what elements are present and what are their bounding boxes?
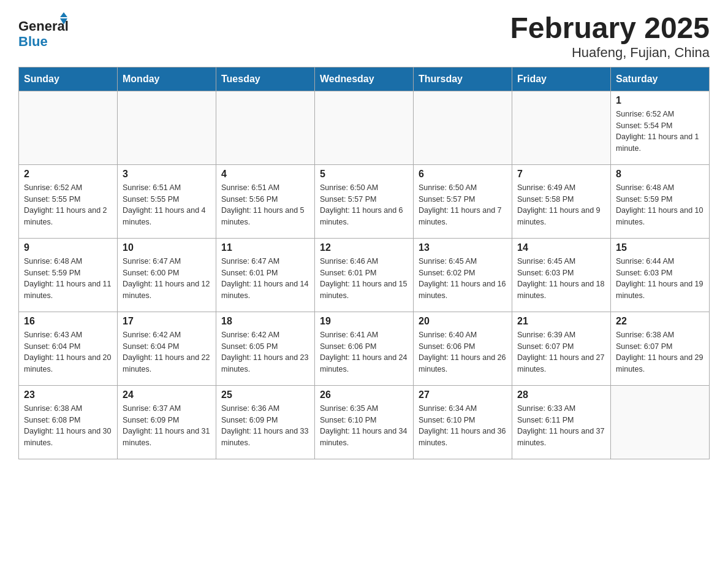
day-info: Sunrise: 6:44 AMSunset: 6:03 PMDaylight:…	[616, 256, 704, 302]
day-info: Sunrise: 6:39 AMSunset: 6:07 PMDaylight:…	[517, 329, 605, 375]
day-info: Sunrise: 6:45 AMSunset: 6:02 PMDaylight:…	[419, 256, 507, 302]
day-info: Sunrise: 6:47 AMSunset: 6:00 PMDaylight:…	[123, 256, 211, 302]
calendar-title: February 2025	[510, 12, 710, 45]
day-header-monday: Monday	[118, 67, 216, 91]
calendar-table: SundayMondayTuesdayWednesdayThursdayFrid…	[18, 67, 710, 459]
calendar-week-4: 16Sunrise: 6:43 AMSunset: 6:04 PMDayligh…	[19, 312, 710, 385]
day-number: 17	[123, 316, 211, 327]
svg-marker-1	[60, 12, 67, 17]
calendar-subtitle: Huafeng, Fujian, China	[510, 45, 710, 61]
calendar-cell: 5Sunrise: 6:50 AMSunset: 5:57 PMDaylight…	[315, 164, 414, 238]
day-number: 15	[616, 242, 704, 253]
calendar-week-2: 2Sunrise: 6:52 AMSunset: 5:55 PMDaylight…	[19, 164, 710, 238]
day-number: 21	[517, 316, 605, 327]
calendar-cell: 19Sunrise: 6:41 AMSunset: 6:06 PMDayligh…	[315, 312, 414, 385]
calendar-cell: 4Sunrise: 6:51 AMSunset: 5:56 PMDaylight…	[216, 164, 315, 238]
day-header-wednesday: Wednesday	[315, 67, 414, 91]
calendar-cell: 13Sunrise: 6:45 AMSunset: 6:02 PMDayligh…	[414, 238, 512, 312]
calendar-cell: 11Sunrise: 6:47 AMSunset: 6:01 PMDayligh…	[216, 238, 315, 312]
day-number: 18	[221, 316, 309, 327]
calendar-cell: 12Sunrise: 6:46 AMSunset: 6:01 PMDayligh…	[315, 238, 414, 312]
day-number: 12	[320, 242, 408, 253]
day-number: 1	[616, 95, 704, 106]
calendar-cell: 18Sunrise: 6:42 AMSunset: 6:05 PMDayligh…	[216, 312, 315, 385]
calendar-cell: 7Sunrise: 6:49 AMSunset: 5:58 PMDaylight…	[512, 164, 611, 238]
day-number: 7	[517, 169, 605, 180]
day-info: Sunrise: 6:41 AMSunset: 6:06 PMDaylight:…	[320, 329, 408, 375]
day-info: Sunrise: 6:37 AMSunset: 6:09 PMDaylight:…	[123, 403, 211, 449]
day-number: 23	[24, 389, 112, 400]
day-number: 9	[24, 242, 112, 253]
day-number: 28	[517, 389, 605, 400]
calendar-cell: 9Sunrise: 6:48 AMSunset: 5:59 PMDaylight…	[19, 238, 118, 312]
calendar-cell: 15Sunrise: 6:44 AMSunset: 6:03 PMDayligh…	[611, 238, 710, 312]
calendar-cell	[512, 91, 611, 164]
day-info: Sunrise: 6:35 AMSunset: 6:10 PMDaylight:…	[320, 403, 408, 449]
calendar-cell: 20Sunrise: 6:40 AMSunset: 6:06 PMDayligh…	[414, 312, 512, 385]
day-number: 3	[123, 169, 211, 180]
day-header-saturday: Saturday	[611, 67, 710, 91]
calendar-cell: 16Sunrise: 6:43 AMSunset: 6:04 PMDayligh…	[19, 312, 118, 385]
day-header-friday: Friday	[512, 67, 611, 91]
calendar-cell: 27Sunrise: 6:34 AMSunset: 6:10 PMDayligh…	[414, 385, 512, 459]
day-number: 13	[419, 242, 507, 253]
day-number: 24	[123, 389, 211, 400]
day-number: 5	[320, 169, 408, 180]
day-number: 27	[419, 389, 507, 400]
svg-text:General: General	[18, 18, 69, 34]
day-number: 20	[419, 316, 507, 327]
day-info: Sunrise: 6:50 AMSunset: 5:57 PMDaylight:…	[419, 182, 507, 228]
day-info: Sunrise: 6:52 AMSunset: 5:55 PMDaylight:…	[24, 182, 112, 228]
day-info: Sunrise: 6:38 AMSunset: 6:07 PMDaylight:…	[616, 329, 704, 375]
day-info: Sunrise: 6:46 AMSunset: 6:01 PMDaylight:…	[320, 256, 408, 302]
title-block: February 2025 Huafeng, Fujian, China	[510, 12, 710, 61]
day-number: 26	[320, 389, 408, 400]
calendar-cell	[414, 91, 512, 164]
day-number: 25	[221, 389, 309, 400]
day-number: 22	[616, 316, 704, 327]
calendar-cell: 24Sunrise: 6:37 AMSunset: 6:09 PMDayligh…	[118, 385, 216, 459]
calendar-cell: 25Sunrise: 6:36 AMSunset: 6:09 PMDayligh…	[216, 385, 315, 459]
day-info: Sunrise: 6:42 AMSunset: 6:05 PMDaylight:…	[221, 329, 309, 375]
day-info: Sunrise: 6:48 AMSunset: 5:59 PMDaylight:…	[24, 256, 112, 302]
calendar-cell: 8Sunrise: 6:48 AMSunset: 5:59 PMDaylight…	[611, 164, 710, 238]
day-info: Sunrise: 6:42 AMSunset: 6:04 PMDaylight:…	[123, 329, 211, 375]
day-number: 4	[221, 169, 309, 180]
day-number: 14	[517, 242, 605, 253]
calendar-week-1: 1Sunrise: 6:52 AMSunset: 5:54 PMDaylight…	[19, 91, 710, 164]
calendar-cell	[216, 91, 315, 164]
calendar-cell: 17Sunrise: 6:42 AMSunset: 6:04 PMDayligh…	[118, 312, 216, 385]
day-number: 10	[123, 242, 211, 253]
logo: General Blue	[18, 12, 74, 52]
day-info: Sunrise: 6:40 AMSunset: 6:06 PMDaylight:…	[419, 329, 507, 375]
calendar-cell	[315, 91, 414, 164]
calendar-cell: 3Sunrise: 6:51 AMSunset: 5:55 PMDaylight…	[118, 164, 216, 238]
day-info: Sunrise: 6:34 AMSunset: 6:10 PMDaylight:…	[419, 403, 507, 449]
day-info: Sunrise: 6:38 AMSunset: 6:08 PMDaylight:…	[24, 403, 112, 449]
day-info: Sunrise: 6:47 AMSunset: 6:01 PMDaylight:…	[221, 256, 309, 302]
day-header-tuesday: Tuesday	[216, 67, 315, 91]
calendar-cell	[611, 385, 710, 459]
calendar-header-row: SundayMondayTuesdayWednesdayThursdayFrid…	[19, 67, 710, 91]
calendar-cell: 21Sunrise: 6:39 AMSunset: 6:07 PMDayligh…	[512, 312, 611, 385]
calendar-cell: 1Sunrise: 6:52 AMSunset: 5:54 PMDaylight…	[611, 91, 710, 164]
day-info: Sunrise: 6:51 AMSunset: 5:55 PMDaylight:…	[123, 182, 211, 228]
calendar-cell: 6Sunrise: 6:50 AMSunset: 5:57 PMDaylight…	[414, 164, 512, 238]
calendar-cell	[19, 91, 118, 164]
calendar-week-5: 23Sunrise: 6:38 AMSunset: 6:08 PMDayligh…	[19, 385, 710, 459]
day-info: Sunrise: 6:45 AMSunset: 6:03 PMDaylight:…	[517, 256, 605, 302]
calendar-cell: 10Sunrise: 6:47 AMSunset: 6:00 PMDayligh…	[118, 238, 216, 312]
day-info: Sunrise: 6:48 AMSunset: 5:59 PMDaylight:…	[616, 182, 704, 228]
page-header: General Blue February 2025 Huafeng, Fuji…	[18, 12, 710, 61]
calendar-cell: 23Sunrise: 6:38 AMSunset: 6:08 PMDayligh…	[19, 385, 118, 459]
day-number: 11	[221, 242, 309, 253]
svg-text:Blue: Blue	[18, 34, 48, 49]
day-number: 19	[320, 316, 408, 327]
day-info: Sunrise: 6:51 AMSunset: 5:56 PMDaylight:…	[221, 182, 309, 228]
day-number: 6	[419, 169, 507, 180]
day-info: Sunrise: 6:33 AMSunset: 6:11 PMDaylight:…	[517, 403, 605, 449]
calendar-week-3: 9Sunrise: 6:48 AMSunset: 5:59 PMDaylight…	[19, 238, 710, 312]
calendar-cell	[118, 91, 216, 164]
day-info: Sunrise: 6:50 AMSunset: 5:57 PMDaylight:…	[320, 182, 408, 228]
calendar-cell: 26Sunrise: 6:35 AMSunset: 6:10 PMDayligh…	[315, 385, 414, 459]
